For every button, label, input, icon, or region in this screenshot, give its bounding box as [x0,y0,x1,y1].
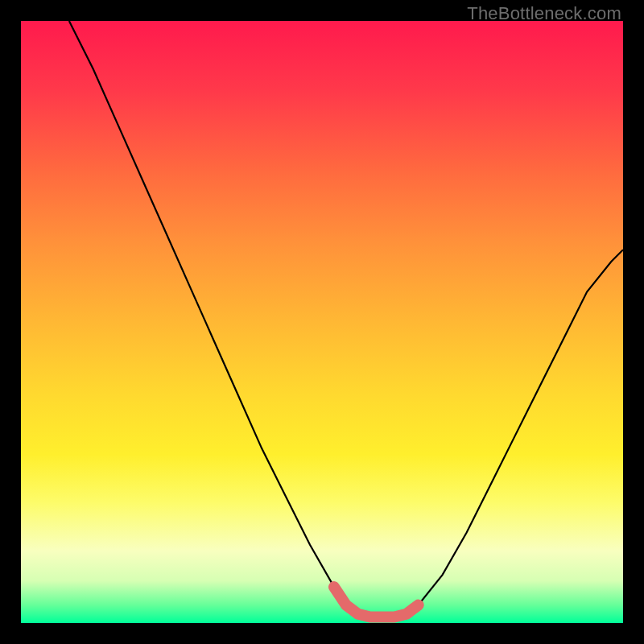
curve-svg [21,21,623,623]
watermark-text: TheBottleneck.com [467,3,621,24]
bottleneck-curve [69,21,623,617]
chart-frame: TheBottleneck.com [0,0,644,644]
plot-area [21,21,623,623]
thick-accent-segment [334,587,419,617]
